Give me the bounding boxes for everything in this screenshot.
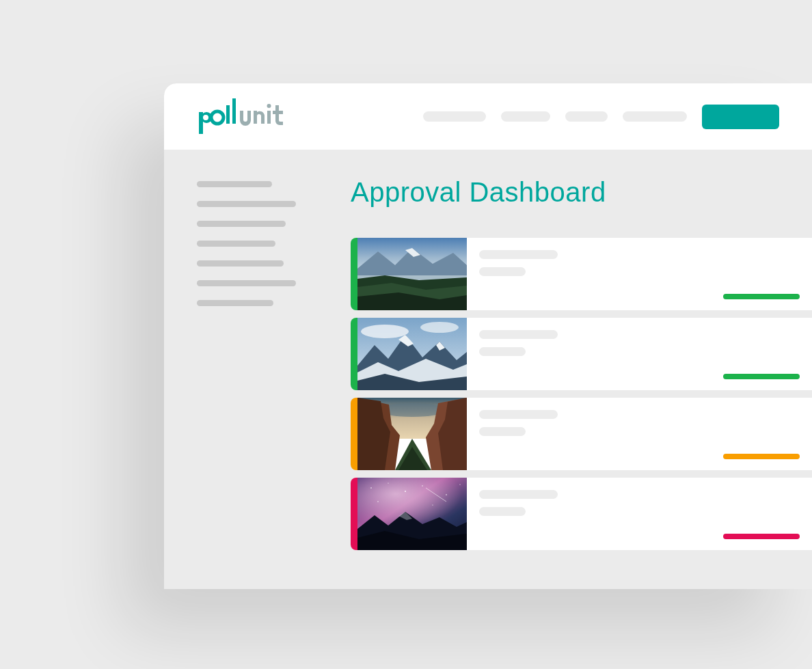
nav-item[interactable] [623,111,687,122]
svg-point-14 [370,487,372,489]
svg-rect-2 [232,98,236,124]
app-window: Approval Dashboard [164,83,812,589]
approval-card[interactable] [351,318,812,390]
card-body [467,478,812,550]
nav-item[interactable] [565,111,608,122]
card-body [467,318,812,390]
card-subtitle-placeholder [479,507,526,516]
top-bar [164,83,812,150]
approval-card[interactable] [351,478,812,550]
brand-logo[interactable] [197,96,290,138]
svg-point-16 [405,491,406,492]
nav-item[interactable] [501,111,550,122]
content-area: Approval Dashboard [164,150,812,550]
sidebar-item[interactable] [197,201,296,207]
svg-point-4 [267,104,271,108]
svg-rect-1 [226,105,230,124]
page-title: Approval Dashboard [351,177,812,208]
card-action[interactable] [723,294,800,299]
card-action[interactable] [723,374,800,379]
svg-point-18 [446,494,447,495]
primary-cta-button[interactable] [702,105,779,129]
card-title-placeholder [479,490,558,499]
svg-point-17 [422,485,422,486]
status-accent [351,318,357,390]
card-subtitle-placeholder [479,267,526,276]
card-body [467,238,812,310]
card-action[interactable] [723,454,800,459]
card-thumbnail [357,238,467,310]
sidebar-item[interactable] [197,280,296,286]
svg-point-8 [361,325,409,338]
card-title-placeholder [479,410,558,419]
svg-point-9 [420,322,459,333]
svg-rect-3 [267,111,271,124]
card-action[interactable] [723,534,800,539]
card-title-placeholder [479,250,558,259]
sidebar-item[interactable] [197,181,272,187]
sidebar-item[interactable] [197,300,273,306]
svg-point-0 [211,111,224,124]
card-subtitle-placeholder [479,347,526,356]
card-subtitle-placeholder [479,427,526,436]
card-thumbnail [357,398,467,470]
pollunit-logo-icon [197,96,290,138]
approval-list [351,238,812,550]
main-panel: Approval Dashboard [316,177,812,550]
sidebar-item[interactable] [197,221,286,227]
svg-point-21 [432,504,433,505]
approval-card[interactable] [351,238,812,310]
nav-item[interactable] [423,111,486,122]
status-accent [351,478,357,550]
card-title-placeholder [479,330,558,339]
svg-point-15 [388,482,388,483]
status-accent [351,238,357,310]
card-body [467,398,812,470]
approval-card[interactable] [351,398,812,470]
sidebar [197,177,316,550]
svg-point-19 [459,484,460,484]
card-thumbnail [357,478,467,550]
card-thumbnail [357,318,467,390]
svg-point-20 [377,501,378,502]
sidebar-item[interactable] [197,260,284,267]
sidebar-item[interactable] [197,241,275,247]
status-accent [351,398,357,470]
top-nav [423,105,779,129]
